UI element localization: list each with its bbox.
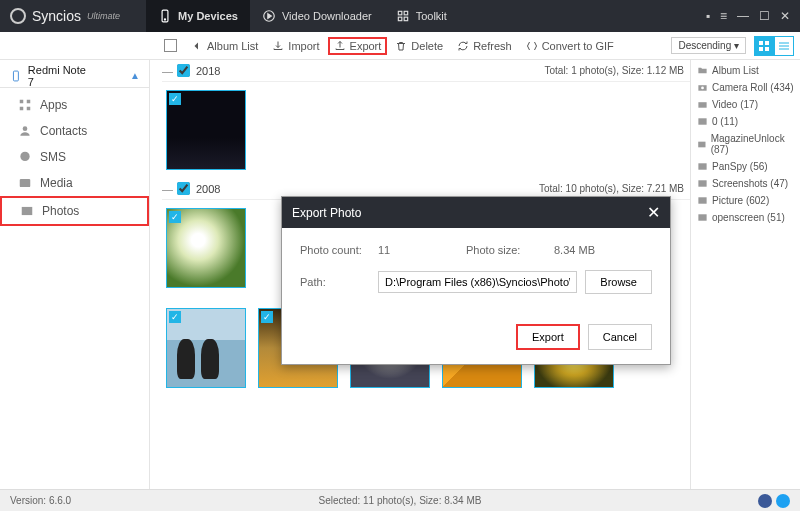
export-modal: Export Photo ✕ Photo count: 11 Photo siz… — [281, 196, 671, 365]
sidebar-item-photos[interactable]: Photos — [0, 196, 149, 226]
chevron-up-icon: ▲ — [130, 70, 140, 81]
media-icon — [18, 176, 32, 190]
play-icon — [262, 9, 276, 23]
sort-dropdown[interactable]: Descending ▾ — [671, 37, 746, 54]
image-icon — [697, 116, 708, 127]
svg-point-20 — [20, 152, 29, 161]
photo-thumb[interactable]: ✓ — [166, 308, 246, 388]
tab-my-devices[interactable]: My Devices — [146, 0, 250, 32]
device-selector[interactable]: Redmi Note 7 ▲ — [0, 64, 150, 88]
svg-point-19 — [23, 126, 28, 131]
back-icon — [191, 40, 203, 52]
album-list-button[interactable]: Album List — [185, 37, 264, 55]
album-zero[interactable]: 0 (11) — [691, 113, 800, 130]
sidebar-item-media[interactable]: Media — [0, 170, 149, 196]
refresh-button[interactable]: Refresh — [451, 37, 518, 55]
modal-footer: Export Cancel — [282, 324, 670, 364]
camera-icon — [697, 82, 708, 93]
import-button[interactable]: Import — [266, 37, 325, 55]
facebook-icon[interactable] — [758, 494, 772, 508]
device-name: Redmi Note 7 — [28, 64, 94, 88]
view-mode — [754, 36, 794, 56]
sidebar-item-sms[interactable]: SMS — [0, 144, 149, 170]
modal-cancel-button[interactable]: Cancel — [588, 324, 652, 350]
chat-icon[interactable]: ▪ — [706, 9, 710, 23]
year-summary: Total: 10 photo(s), Size: 7.21 MB — [539, 183, 684, 194]
folder-icon — [697, 65, 708, 76]
album-label: MagazineUnlock (87) — [711, 133, 794, 155]
list-small-icon — [779, 41, 789, 51]
album-label: Video (17) — [712, 99, 758, 110]
close-button[interactable]: ✕ — [780, 9, 790, 23]
album-screenshots[interactable]: Screenshots (47) — [691, 175, 800, 192]
btn-label: Album List — [207, 40, 258, 52]
select-all-checkbox[interactable] — [164, 39, 177, 52]
album-video[interactable]: Video (17) — [691, 96, 800, 113]
twitter-icon[interactable] — [776, 494, 790, 508]
svg-rect-6 — [404, 17, 408, 21]
browse-button[interactable]: Browse — [585, 270, 652, 294]
camera-icon — [697, 99, 708, 110]
svg-rect-32 — [698, 214, 706, 220]
contacts-icon — [18, 124, 32, 138]
svg-rect-26 — [698, 102, 706, 108]
svg-rect-18 — [27, 107, 31, 111]
svg-rect-4 — [404, 11, 408, 15]
phone-icon — [158, 9, 172, 23]
maximize-button[interactable]: ☐ — [759, 9, 770, 23]
year-checkbox[interactable] — [177, 182, 190, 195]
minimize-button[interactable]: — — [737, 9, 749, 23]
sms-icon — [18, 150, 32, 164]
check-icon: ✓ — [261, 311, 273, 323]
modal-export-button[interactable]: Export — [516, 324, 580, 350]
delete-button[interactable]: Delete — [389, 37, 449, 55]
album-label: 0 (11) — [712, 116, 738, 127]
top-tabs: My Devices Video Downloader Toolkit — [146, 0, 459, 32]
photo-thumb[interactable]: ✓ — [166, 208, 246, 288]
collapse-icon[interactable]: — — [162, 183, 173, 195]
sidebar-item-contacts[interactable]: Contacts — [0, 118, 149, 144]
svg-rect-7 — [759, 41, 763, 45]
svg-point-23 — [24, 209, 26, 211]
tab-video-downloader[interactable]: Video Downloader — [250, 0, 384, 32]
export-button[interactable]: Export — [328, 37, 388, 55]
brand: Syncios Ultimate — [0, 8, 130, 24]
trash-icon — [395, 40, 407, 52]
check-icon: ✓ — [169, 93, 181, 105]
brand-edition: Ultimate — [87, 11, 120, 21]
path-input[interactable] — [378, 271, 577, 293]
image-icon — [697, 139, 707, 150]
year-header-2018[interactable]: — 2018 Total: 1 photo(s), Size: 1.12 MB — [162, 60, 690, 82]
album-picture[interactable]: Picture (602) — [691, 192, 800, 209]
album-panspy[interactable]: PanSpy (56) — [691, 158, 800, 175]
export-icon — [334, 40, 346, 52]
view-list-button[interactable] — [774, 36, 794, 56]
gif-icon — [526, 40, 538, 52]
view-grid-button[interactable] — [754, 36, 774, 56]
svg-point-25 — [701, 87, 704, 90]
album-magazine[interactable]: MagazineUnlock (87) — [691, 130, 800, 158]
svg-rect-3 — [398, 11, 402, 15]
convert-gif-button[interactable]: Convert to GIF — [520, 37, 620, 55]
sidebar: Redmi Note 7 ▲ Apps Contacts SMS Media P… — [0, 60, 150, 489]
album-openscreen[interactable]: openscreen (51) — [691, 209, 800, 226]
tab-toolkit[interactable]: Toolkit — [384, 0, 459, 32]
phone-small-icon — [10, 68, 22, 84]
album-camera-roll[interactable]: Camera Roll (434) — [691, 79, 800, 96]
album-label: Album List — [712, 65, 759, 76]
sidebar-item-label: SMS — [40, 150, 66, 164]
album-label: Picture (602) — [712, 195, 769, 206]
modal-close-button[interactable]: ✕ — [647, 203, 660, 222]
svg-rect-9 — [759, 47, 763, 51]
toolbar: Album List Import Export Delete Refresh … — [0, 32, 800, 60]
album-label: Screenshots (47) — [712, 178, 788, 189]
tab-label: Toolkit — [416, 10, 447, 22]
refresh-icon — [457, 40, 469, 52]
album-root[interactable]: Album List — [691, 62, 800, 79]
version-label: Version: 6.6.0 — [10, 495, 71, 506]
photo-thumb[interactable]: ✓ — [166, 90, 246, 170]
year-checkbox[interactable] — [177, 64, 190, 77]
collapse-icon[interactable]: — — [162, 65, 173, 77]
sidebar-item-apps[interactable]: Apps — [0, 92, 149, 118]
menu-icon[interactable]: ≡ — [720, 9, 727, 23]
